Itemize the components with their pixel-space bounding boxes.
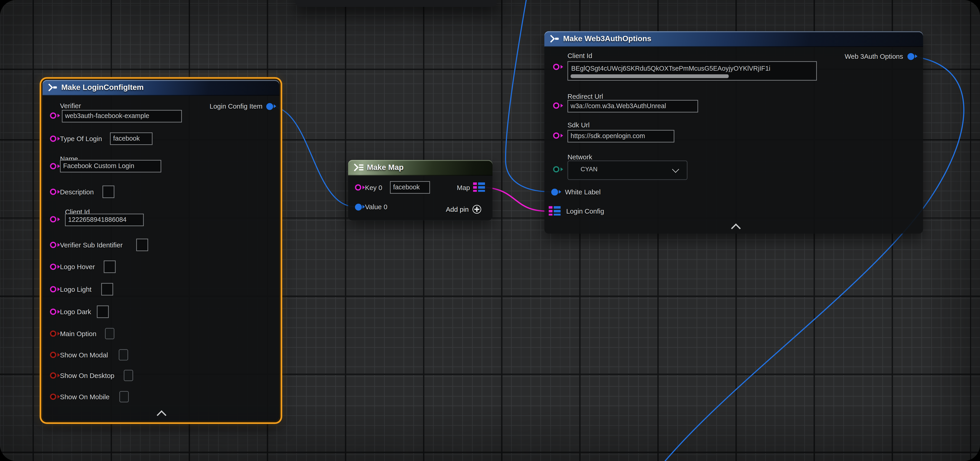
pin-label-map: Map — [457, 184, 470, 191]
pin-label-logo-dark: Logo Dark — [60, 308, 91, 316]
pin-main-option[interactable] — [49, 330, 57, 337]
pin-label-show-on-mobile: Show On Mobile — [60, 393, 109, 401]
client-id-input[interactable]: BEglQSgt4cUWcj6SKRdu5QkOXTsePmMcusG5EAoy… — [568, 61, 817, 81]
pin-label-show-on-modal: Show On Modal — [60, 351, 108, 359]
add-pin-button[interactable] — [473, 205, 481, 214]
pin-label-description: Description — [60, 188, 94, 196]
wire-loginconfigitem-to-value0[interactable] — [269, 106, 355, 207]
output-pin-web3auth-options[interactable] — [907, 52, 914, 60]
verifier-sub-identifier-input[interactable] — [136, 239, 148, 251]
pin-verifier[interactable] — [49, 112, 57, 119]
collapse-node-chevron-icon[interactable] — [157, 410, 166, 420]
sdk-url-input[interactable]: https://sdk.openlogin.com — [568, 130, 675, 142]
network-dropdown-value: CYAN — [581, 165, 598, 172]
partial-node-top[interactable] — [296, 0, 497, 7]
node-make-loginconfigitem[interactable]: Make LoginConfigItem Login Config Item V… — [43, 80, 279, 421]
pin-logo-hover[interactable] — [49, 263, 57, 270]
pin-sdk-url[interactable] — [552, 132, 560, 139]
blueprint-graph-canvas[interactable]: Make LoginConfigItem Login Config Item V… — [0, 0, 980, 461]
pin-label-main-option: Main Option — [60, 330, 96, 337]
node-title: Make Web3AuthOptions — [563, 34, 652, 43]
pin-label-key-0: Key 0 — [365, 184, 382, 191]
client-id-scrollbar[interactable] — [571, 74, 729, 78]
pin-verifier-sub-identifier[interactable] — [49, 241, 57, 249]
description-input[interactable] — [102, 186, 115, 198]
pin-white-label[interactable] — [550, 188, 558, 196]
pin-key-0[interactable] — [354, 184, 362, 191]
pin-label-redirect-url: Redirect Url — [568, 92, 603, 100]
pin-value-0[interactable] — [354, 203, 362, 211]
make-map-icon — [353, 163, 364, 172]
node-title: Make LoginConfigItem — [61, 83, 144, 92]
pin-client-id[interactable] — [552, 63, 560, 71]
name-input[interactable]: Facebook Custom Login — [60, 160, 161, 172]
node-header[interactable]: Make Map — [348, 160, 493, 175]
network-dropdown[interactable]: CYAN — [568, 161, 688, 180]
pin-label-client-id: Client Id — [568, 52, 592, 59]
client-id-input[interactable]: 1222658941886084 — [65, 214, 144, 226]
blueprint-editor: Make LoginConfigItem Login Config Item V… — [0, 0, 980, 461]
output-pin-map[interactable] — [473, 183, 485, 192]
make-struct-icon — [48, 83, 58, 92]
pin-login-config[interactable] — [549, 206, 561, 216]
node-header[interactable]: Make LoginConfigItem — [43, 80, 279, 95]
logo-light-input[interactable] — [101, 283, 113, 296]
pin-label-login-config: Login Config — [566, 207, 604, 215]
redirect-url-input[interactable]: w3a://com.w3a.Web3AuthUnreal — [568, 100, 698, 112]
show-on-modal-checkbox[interactable] — [119, 349, 128, 360]
pin-label-type-of-login: Type Of Login — [60, 135, 102, 143]
pin-label-verifier: Verifier — [60, 102, 81, 109]
pin-redirect-url[interactable] — [552, 102, 560, 109]
pin-logo-light[interactable] — [49, 286, 57, 293]
pin-label-sdk-url: Sdk Url — [568, 121, 590, 129]
output-pin-label: Web 3Auth Options — [845, 52, 903, 60]
output-pin-label: Login Config Item — [210, 102, 262, 110]
show-on-mobile-checkbox[interactable] — [119, 391, 129, 402]
pin-label-value-0: Value 0 — [365, 203, 387, 211]
type-of-login-input[interactable]: facebook — [110, 132, 153, 145]
verifier-input[interactable]: web3auth-facebook-example — [62, 110, 182, 122]
node-header[interactable]: Make Web3AuthOptions — [544, 31, 923, 47]
pin-type-of-login[interactable] — [49, 135, 57, 143]
node-make-web3authoptions[interactable]: Make Web3AuthOptions Web 3Auth Options C… — [544, 31, 923, 234]
client-id-text: BEglQSgt4cUWcj6SKRdu5QkOXTsePmMcusG5EAoy… — [571, 63, 770, 74]
chevron-down-icon — [672, 166, 679, 173]
main-option-checkbox[interactable] — [105, 328, 115, 339]
make-struct-icon — [549, 34, 559, 43]
logo-dark-input[interactable] — [97, 305, 109, 318]
pin-label-logo-hover: Logo Hover — [60, 263, 95, 270]
show-on-desktop-checkbox[interactable] — [124, 370, 133, 381]
add-pin-label: Add pin — [446, 205, 469, 213]
node-make-map[interactable]: Make Map Key 0 facebook Map Value 0 Add … — [348, 160, 493, 221]
key-0-input[interactable]: facebook — [390, 181, 430, 193]
pin-show-on-desktop[interactable] — [49, 372, 57, 379]
node-title: Make Map — [367, 163, 404, 172]
pin-logo-dark[interactable] — [49, 308, 57, 316]
pin-name[interactable] — [49, 162, 57, 170]
pin-label-white-label: White Label — [565, 188, 601, 196]
pin-description[interactable] — [49, 188, 57, 196]
collapse-node-chevron-icon[interactable] — [731, 223, 741, 233]
pin-show-on-mobile[interactable] — [49, 393, 57, 401]
output-pin-login-config-item[interactable] — [266, 102, 273, 110]
pin-client-id[interactable] — [49, 216, 57, 223]
logo-hover-input[interactable] — [104, 261, 116, 273]
pin-label-network: Network — [568, 153, 592, 161]
pin-label-show-on-desktop: Show On Desktop — [60, 372, 115, 379]
pin-show-on-modal[interactable] — [49, 351, 57, 359]
pin-label-logo-light: Logo Light — [60, 286, 92, 293]
pin-label-verifier-sub-identifier: Verifier Sub Identifier — [60, 241, 123, 249]
pin-network[interactable] — [552, 165, 560, 173]
